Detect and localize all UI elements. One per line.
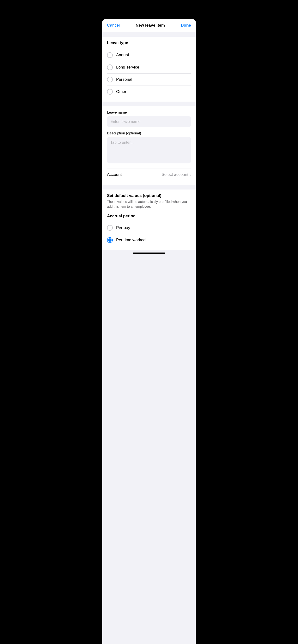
- home-bar: [133, 252, 165, 254]
- nav-bar: Cancel New leave item Done: [102, 19, 196, 32]
- done-button[interactable]: Done: [181, 23, 191, 28]
- description-label: Description (optional): [107, 131, 191, 135]
- home-indicator: [102, 250, 196, 258]
- radio-long-service: [107, 64, 113, 70]
- cancel-button[interactable]: Cancel: [107, 23, 120, 28]
- radio-personal-label: Personal: [116, 77, 132, 82]
- account-value-container: Select account ›: [162, 172, 191, 177]
- page-title: New leave item: [135, 23, 165, 28]
- radio-personal: [107, 77, 113, 82]
- accrual-per-pay[interactable]: Per pay: [107, 222, 191, 234]
- leave-name-label: Leave name: [107, 110, 191, 114]
- radio-per-time-worked-label: Per time worked: [116, 238, 146, 242]
- radio-per-pay-label: Per pay: [116, 226, 130, 230]
- radio-long-service-label: Long service: [116, 65, 139, 70]
- radio-other: [107, 89, 113, 95]
- account-value-text: Select account: [162, 172, 188, 177]
- radio-per-pay: [107, 225, 113, 231]
- description-textarea[interactable]: [107, 137, 191, 164]
- modal-sheet: Cancel New leave item Done Leave type An…: [102, 19, 196, 644]
- account-row[interactable]: Account Select account ›: [107, 168, 191, 181]
- leave-type-section: Leave type Annual Long service Personal …: [102, 37, 196, 102]
- leave-type-annual[interactable]: Annual: [107, 49, 191, 61]
- accrual-period-title: Accrual period: [107, 214, 191, 218]
- radio-annual: [107, 52, 113, 58]
- default-values-desc: These values will be automatically pre-f…: [107, 200, 191, 209]
- phone-container: Cancel New leave item Done Leave type An…: [102, 0, 196, 644]
- radio-annual-label: Annual: [116, 53, 129, 58]
- radio-per-time-worked: [107, 237, 113, 243]
- leave-type-long-service[interactable]: Long service: [107, 61, 191, 74]
- leave-name-input[interactable]: [107, 116, 191, 127]
- status-bar: [102, 0, 196, 19]
- leave-type-personal[interactable]: Personal: [107, 74, 191, 86]
- account-label: Account: [107, 172, 122, 177]
- default-values-title: Set default values (optional): [107, 193, 191, 198]
- leave-details-section: Leave name Description (optional) Accoun…: [102, 106, 196, 185]
- leave-type-title: Leave type: [107, 40, 191, 45]
- default-values-section: Set default values (optional) These valu…: [102, 190, 196, 250]
- chevron-right-icon: ›: [190, 173, 191, 177]
- accrual-per-time-worked[interactable]: Per time worked: [107, 234, 191, 246]
- leave-type-other[interactable]: Other: [107, 86, 191, 98]
- radio-other-label: Other: [116, 89, 126, 94]
